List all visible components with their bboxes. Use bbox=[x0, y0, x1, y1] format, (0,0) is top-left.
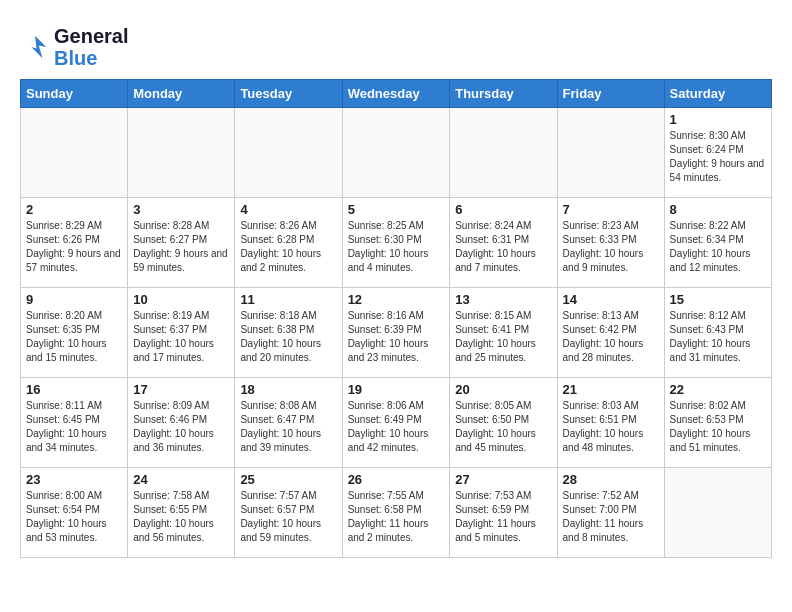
week-row-1: 1Sunrise: 8:30 AM Sunset: 6:24 PM Daylig… bbox=[21, 108, 772, 198]
logo-text: General Blue bbox=[54, 25, 128, 69]
day-number: 6 bbox=[455, 202, 551, 217]
weekday-header-wednesday: Wednesday bbox=[342, 80, 450, 108]
week-row-3: 9Sunrise: 8:20 AM Sunset: 6:35 PM Daylig… bbox=[21, 288, 772, 378]
day-info: Sunrise: 7:58 AM Sunset: 6:55 PM Dayligh… bbox=[133, 489, 229, 545]
weekday-header-monday: Monday bbox=[128, 80, 235, 108]
calendar-cell: 5Sunrise: 8:25 AM Sunset: 6:30 PM Daylig… bbox=[342, 198, 450, 288]
day-number: 24 bbox=[133, 472, 229, 487]
weekday-header-sunday: Sunday bbox=[21, 80, 128, 108]
day-number: 14 bbox=[563, 292, 659, 307]
week-row-2: 2Sunrise: 8:29 AM Sunset: 6:26 PM Daylig… bbox=[21, 198, 772, 288]
calendar-cell: 19Sunrise: 8:06 AM Sunset: 6:49 PM Dayli… bbox=[342, 378, 450, 468]
calendar-cell: 11Sunrise: 8:18 AM Sunset: 6:38 PM Dayli… bbox=[235, 288, 342, 378]
day-number: 23 bbox=[26, 472, 122, 487]
calendar-cell: 17Sunrise: 8:09 AM Sunset: 6:46 PM Dayli… bbox=[128, 378, 235, 468]
day-info: Sunrise: 8:29 AM Sunset: 6:26 PM Dayligh… bbox=[26, 219, 122, 275]
day-number: 18 bbox=[240, 382, 336, 397]
calendar-table: SundayMondayTuesdayWednesdayThursdayFrid… bbox=[20, 79, 772, 558]
day-info: Sunrise: 8:18 AM Sunset: 6:38 PM Dayligh… bbox=[240, 309, 336, 365]
page-header: General Blue bbox=[20, 20, 772, 69]
calendar-cell: 14Sunrise: 8:13 AM Sunset: 6:42 PM Dayli… bbox=[557, 288, 664, 378]
calendar-cell: 18Sunrise: 8:08 AM Sunset: 6:47 PM Dayli… bbox=[235, 378, 342, 468]
day-number: 5 bbox=[348, 202, 445, 217]
day-number: 25 bbox=[240, 472, 336, 487]
calendar-cell bbox=[450, 108, 557, 198]
day-info: Sunrise: 8:11 AM Sunset: 6:45 PM Dayligh… bbox=[26, 399, 122, 455]
day-number: 19 bbox=[348, 382, 445, 397]
calendar-cell: 7Sunrise: 8:23 AM Sunset: 6:33 PM Daylig… bbox=[557, 198, 664, 288]
day-info: Sunrise: 8:03 AM Sunset: 6:51 PM Dayligh… bbox=[563, 399, 659, 455]
day-info: Sunrise: 8:08 AM Sunset: 6:47 PM Dayligh… bbox=[240, 399, 336, 455]
day-info: Sunrise: 7:53 AM Sunset: 6:59 PM Dayligh… bbox=[455, 489, 551, 545]
day-info: Sunrise: 7:55 AM Sunset: 6:58 PM Dayligh… bbox=[348, 489, 445, 545]
day-info: Sunrise: 8:00 AM Sunset: 6:54 PM Dayligh… bbox=[26, 489, 122, 545]
calendar-cell: 3Sunrise: 8:28 AM Sunset: 6:27 PM Daylig… bbox=[128, 198, 235, 288]
calendar-cell bbox=[342, 108, 450, 198]
day-info: Sunrise: 7:52 AM Sunset: 7:00 PM Dayligh… bbox=[563, 489, 659, 545]
calendar-cell: 24Sunrise: 7:58 AM Sunset: 6:55 PM Dayli… bbox=[128, 468, 235, 558]
calendar-cell: 2Sunrise: 8:29 AM Sunset: 6:26 PM Daylig… bbox=[21, 198, 128, 288]
logo: General Blue bbox=[20, 25, 128, 69]
day-number: 3 bbox=[133, 202, 229, 217]
calendar-cell: 4Sunrise: 8:26 AM Sunset: 6:28 PM Daylig… bbox=[235, 198, 342, 288]
logo-icon bbox=[20, 32, 50, 62]
day-info: Sunrise: 8:22 AM Sunset: 6:34 PM Dayligh… bbox=[670, 219, 766, 275]
weekday-header-thursday: Thursday bbox=[450, 80, 557, 108]
day-number: 27 bbox=[455, 472, 551, 487]
calendar-cell: 23Sunrise: 8:00 AM Sunset: 6:54 PM Dayli… bbox=[21, 468, 128, 558]
day-number: 20 bbox=[455, 382, 551, 397]
calendar-cell bbox=[128, 108, 235, 198]
calendar-cell bbox=[664, 468, 771, 558]
day-info: Sunrise: 8:16 AM Sunset: 6:39 PM Dayligh… bbox=[348, 309, 445, 365]
day-number: 2 bbox=[26, 202, 122, 217]
day-number: 9 bbox=[26, 292, 122, 307]
day-number: 21 bbox=[563, 382, 659, 397]
calendar-cell: 9Sunrise: 8:20 AM Sunset: 6:35 PM Daylig… bbox=[21, 288, 128, 378]
calendar-cell: 20Sunrise: 8:05 AM Sunset: 6:50 PM Dayli… bbox=[450, 378, 557, 468]
day-number: 16 bbox=[26, 382, 122, 397]
day-number: 22 bbox=[670, 382, 766, 397]
day-number: 8 bbox=[670, 202, 766, 217]
day-info: Sunrise: 8:26 AM Sunset: 6:28 PM Dayligh… bbox=[240, 219, 336, 275]
week-row-4: 16Sunrise: 8:11 AM Sunset: 6:45 PM Dayli… bbox=[21, 378, 772, 468]
calendar-cell: 27Sunrise: 7:53 AM Sunset: 6:59 PM Dayli… bbox=[450, 468, 557, 558]
day-info: Sunrise: 8:15 AM Sunset: 6:41 PM Dayligh… bbox=[455, 309, 551, 365]
day-number: 17 bbox=[133, 382, 229, 397]
day-info: Sunrise: 8:24 AM Sunset: 6:31 PM Dayligh… bbox=[455, 219, 551, 275]
calendar-cell: 1Sunrise: 8:30 AM Sunset: 6:24 PM Daylig… bbox=[664, 108, 771, 198]
day-info: Sunrise: 8:05 AM Sunset: 6:50 PM Dayligh… bbox=[455, 399, 551, 455]
day-number: 12 bbox=[348, 292, 445, 307]
day-number: 4 bbox=[240, 202, 336, 217]
calendar-cell: 28Sunrise: 7:52 AM Sunset: 7:00 PM Dayli… bbox=[557, 468, 664, 558]
weekday-header-saturday: Saturday bbox=[664, 80, 771, 108]
day-number: 10 bbox=[133, 292, 229, 307]
weekday-header-tuesday: Tuesday bbox=[235, 80, 342, 108]
calendar-cell bbox=[21, 108, 128, 198]
calendar-cell: 13Sunrise: 8:15 AM Sunset: 6:41 PM Dayli… bbox=[450, 288, 557, 378]
calendar-cell: 25Sunrise: 7:57 AM Sunset: 6:57 PM Dayli… bbox=[235, 468, 342, 558]
calendar-cell bbox=[557, 108, 664, 198]
weekday-header-row: SundayMondayTuesdayWednesdayThursdayFrid… bbox=[21, 80, 772, 108]
calendar-cell: 10Sunrise: 8:19 AM Sunset: 6:37 PM Dayli… bbox=[128, 288, 235, 378]
svg-marker-0 bbox=[31, 36, 46, 59]
day-info: Sunrise: 8:30 AM Sunset: 6:24 PM Dayligh… bbox=[670, 129, 766, 185]
day-info: Sunrise: 7:57 AM Sunset: 6:57 PM Dayligh… bbox=[240, 489, 336, 545]
day-info: Sunrise: 8:12 AM Sunset: 6:43 PM Dayligh… bbox=[670, 309, 766, 365]
calendar-cell: 12Sunrise: 8:16 AM Sunset: 6:39 PM Dayli… bbox=[342, 288, 450, 378]
week-row-5: 23Sunrise: 8:00 AM Sunset: 6:54 PM Dayli… bbox=[21, 468, 772, 558]
day-number: 26 bbox=[348, 472, 445, 487]
calendar-cell: 26Sunrise: 7:55 AM Sunset: 6:58 PM Dayli… bbox=[342, 468, 450, 558]
day-number: 13 bbox=[455, 292, 551, 307]
day-info: Sunrise: 8:28 AM Sunset: 6:27 PM Dayligh… bbox=[133, 219, 229, 275]
day-info: Sunrise: 8:25 AM Sunset: 6:30 PM Dayligh… bbox=[348, 219, 445, 275]
day-info: Sunrise: 8:20 AM Sunset: 6:35 PM Dayligh… bbox=[26, 309, 122, 365]
calendar-cell bbox=[235, 108, 342, 198]
day-number: 1 bbox=[670, 112, 766, 127]
day-info: Sunrise: 8:23 AM Sunset: 6:33 PM Dayligh… bbox=[563, 219, 659, 275]
day-number: 7 bbox=[563, 202, 659, 217]
calendar-cell: 15Sunrise: 8:12 AM Sunset: 6:43 PM Dayli… bbox=[664, 288, 771, 378]
calendar-cell: 6Sunrise: 8:24 AM Sunset: 6:31 PM Daylig… bbox=[450, 198, 557, 288]
day-info: Sunrise: 8:06 AM Sunset: 6:49 PM Dayligh… bbox=[348, 399, 445, 455]
day-info: Sunrise: 8:09 AM Sunset: 6:46 PM Dayligh… bbox=[133, 399, 229, 455]
calendar-cell: 16Sunrise: 8:11 AM Sunset: 6:45 PM Dayli… bbox=[21, 378, 128, 468]
